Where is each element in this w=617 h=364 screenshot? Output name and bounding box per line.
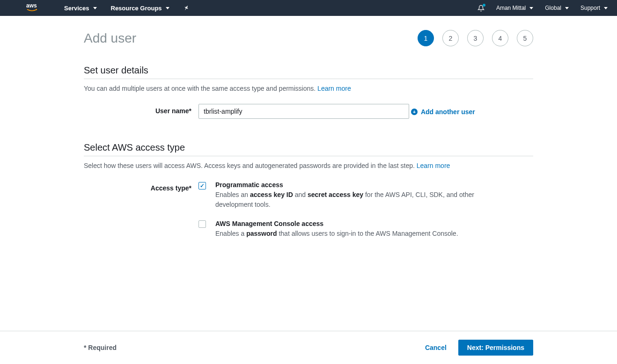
pin-icon[interactable] [184,5,189,11]
section-title-access-type: Select AWS access type [84,142,533,156]
wizard-steps: 1 2 3 4 5 [418,30,533,46]
console-access-desc: Enables a password that allows users to … [215,229,458,239]
section-desc-user-details: You can add multiple users at once with … [84,85,533,92]
console-access-title: AWS Management Console access [215,220,458,227]
access-type-console: AWS Management Console access Enables a … [198,220,533,239]
wizard-footer: * Required Cancel Next: Permissions [0,331,617,364]
section-set-user-details: Set user details You can add multiple us… [84,65,533,119]
page-title: Add user [84,31,136,46]
nav-region-menu[interactable]: Global [545,5,569,11]
wizard-step-3[interactable]: 3 [467,30,484,46]
user-name-label: User name* [84,104,198,115]
add-another-user-label: Add another user [421,108,475,116]
access-type-label: Access type* [84,181,198,192]
top-nav: aws Services Resource Groups A [0,0,617,16]
section-title-user-details: Set user details [84,65,533,79]
section-desc-text: You can add multiple users at once with … [84,85,317,92]
section-access-type: Select AWS access type Select how these … [84,142,533,249]
access-type-programmatic: Programmatic access Enables an access ke… [198,181,533,210]
learn-more-link[interactable]: Learn more [317,85,351,92]
plus-circle-icon: + [411,109,418,115]
svg-text:aws: aws [26,2,37,9]
wizard-step-5[interactable]: 5 [517,30,533,46]
programmatic-access-title: Programmatic access [215,181,477,189]
nav-user-label: Aman Mittal [496,5,526,11]
next-permissions-button[interactable]: Next: Permissions [458,340,533,356]
notifications-icon[interactable] [477,5,485,12]
user-name-input[interactable] [198,104,409,119]
add-another-user-button[interactable]: + Add another user [411,108,475,116]
nav-services[interactable]: Services [64,5,97,12]
notification-dot-icon [483,4,485,7]
nav-account-menu[interactable]: Aman Mittal [496,5,533,11]
nav-region-label: Global [545,5,561,11]
console-access-checkbox[interactable] [198,220,206,228]
nav-support-menu[interactable]: Support [580,5,608,11]
caret-down-icon [565,7,569,9]
nav-resource-groups[interactable]: Resource Groups [111,5,169,12]
programmatic-access-desc: Enables an access key ID and secret acce… [215,190,477,210]
nav-support-label: Support [580,5,600,11]
nav-services-label: Services [64,5,89,12]
caret-down-icon [93,7,97,9]
required-note: * Required [84,344,117,351]
caret-down-icon [529,7,533,9]
main-content: Add user 1 2 3 4 5 Set user details You … [0,16,617,331]
wizard-step-2[interactable]: 2 [442,30,459,46]
section-desc-access-type: Select how these users will access AWS. … [84,162,533,169]
caret-down-icon [166,7,169,9]
wizard-step-4[interactable]: 4 [492,30,508,46]
nav-resource-groups-label: Resource Groups [111,5,162,12]
caret-down-icon [604,7,608,9]
learn-more-link[interactable]: Learn more [417,162,450,169]
programmatic-access-checkbox[interactable] [198,182,206,189]
wizard-step-1[interactable]: 1 [418,30,434,46]
aws-logo[interactable]: aws [26,2,45,14]
cancel-button[interactable]: Cancel [425,344,447,351]
section-desc-text: Select how these users will access AWS. … [84,162,417,169]
